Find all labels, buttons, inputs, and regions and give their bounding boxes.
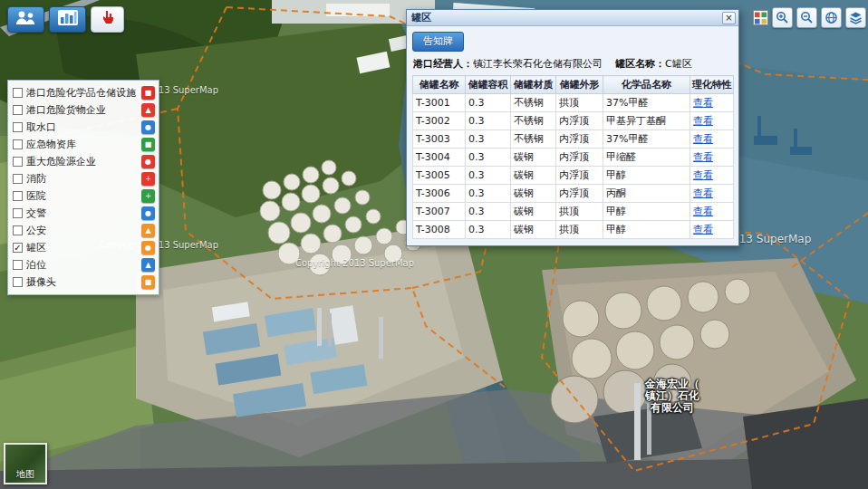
view-detail-link[interactable]: 查看 [693, 97, 713, 109]
layer-checkbox[interactable] [13, 139, 23, 149]
tank-cell: 甲基异丁基酮 [603, 112, 690, 130]
layer-item-tank-area[interactable]: ✓罐区● [10, 239, 157, 256]
layer-checkbox[interactable] [13, 88, 23, 98]
hazard-warning-icon: ▲ [141, 103, 155, 117]
layer-checkbox[interactable] [13, 157, 23, 167]
area-name-value: C罐区 [665, 58, 692, 70]
layers-icon [849, 11, 863, 24]
layer-checkbox[interactable] [13, 277, 23, 287]
tank-cell: 碳钢 [511, 203, 556, 221]
layer-checkbox[interactable] [13, 174, 23, 184]
zoom-in-button[interactable] [772, 7, 793, 28]
zoom-out-icon [800, 11, 814, 24]
tank-row: T-30030.3不锈钢内浮顶37%甲醛查看 [413, 130, 734, 149]
tank-cell: 37%甲醛 [603, 130, 690, 149]
layer-item-berth[interactable]: 泊位▲ [10, 256, 157, 273]
layer-label: 应急物资库 [26, 138, 141, 151]
tank-cell: 0.3 [466, 221, 511, 239]
tank-cell: 内浮顶 [556, 149, 603, 167]
tank-cell: 拱顶 [556, 221, 603, 239]
minimap-toggle[interactable]: 地图 [4, 443, 47, 484]
view-detail-link[interactable]: 查看 [693, 187, 713, 199]
layer-item-fire[interactable]: 消防+ [10, 170, 157, 187]
layer-checkbox[interactable] [13, 122, 23, 132]
layer-item-water-intake[interactable]: 取水口● [10, 119, 157, 136]
traffic-police-icon: ● [141, 206, 155, 220]
layer-checkbox[interactable] [13, 105, 23, 115]
tank-area-dialog: 罐区 × 告知牌 港口经营人：镇江李长荣石化仓储有限公司罐区名称：C罐区 储罐名… [406, 9, 739, 246]
map-label-line: 有限公司 [645, 402, 699, 414]
layer-label: 医院 [26, 189, 141, 203]
tank-cell: T-3003 [413, 130, 466, 149]
tank-cell: 不锈钢 [511, 130, 556, 149]
map-viewport[interactable]: Copyright 2013 SuperMap Copyright 2013 S… [0, 0, 868, 489]
view-detail-link[interactable]: 查看 [693, 115, 713, 127]
globe-icon [825, 11, 838, 24]
layer-item-emergency-supplies[interactable]: 应急物资库■ [10, 136, 157, 153]
tank-col-header: 理化特性 [690, 76, 734, 94]
notice-board-button[interactable]: 告知牌 [412, 32, 464, 52]
layer-checkbox[interactable] [13, 191, 23, 201]
layer-label: 取水口 [26, 120, 141, 134]
layers-button[interactable] [845, 7, 866, 28]
tank-cell: 查看 [690, 203, 734, 221]
layer-label: 公安 [26, 224, 141, 237]
tank-col-header: 储罐外形 [556, 76, 603, 94]
full-extent-button[interactable] [821, 7, 842, 28]
view-detail-link[interactable]: 查看 [693, 206, 713, 217]
close-icon[interactable]: × [722, 12, 736, 24]
zoom-in-icon [776, 11, 789, 24]
tank-cell: 碳钢 [511, 221, 556, 239]
layer-item-hazard-cargo[interactable]: 港口危险货物企业▲ [10, 101, 157, 119]
layer-checkbox[interactable] [13, 260, 23, 270]
area-name-label: 罐区名称： [615, 58, 665, 70]
tank-cell: 查看 [690, 112, 734, 130]
layer-label: 消防 [26, 172, 141, 186]
zoom-out-button[interactable] [796, 7, 817, 28]
layer-item-chem-storage[interactable]: 港口危险化学品仓储设施■ [10, 84, 157, 101]
tank-cell: 甲缩醛 [603, 149, 690, 167]
map-controls [753, 7, 866, 28]
dialog-titlebar[interactable]: 罐区 × [407, 10, 738, 26]
layer-item-public-security[interactable]: 公安▲ [10, 222, 157, 239]
copyright-watermark: Copyright 2013 SuperMap [295, 258, 414, 268]
layer-checkbox[interactable] [13, 208, 23, 218]
layer-item-major-hazard[interactable]: 重大危险源企业● [10, 153, 157, 170]
tank-cell: 查看 [690, 167, 734, 185]
split-view-icon[interactable] [753, 10, 768, 25]
tank-row: T-30060.3碳钢内浮顶丙酮查看 [413, 185, 734, 203]
operator-value: 镇江李长荣石化仓储有限公司 [473, 58, 603, 70]
tank-row: T-30080.3碳钢拱顶甲醇查看 [413, 221, 734, 239]
tank-cell: T-3006 [413, 185, 466, 203]
tank-cell: T-3007 [413, 203, 466, 221]
dialog-title: 罐区 [411, 11, 722, 24]
layer-item-hospital[interactable]: 医院+ [10, 187, 157, 205]
tank-cell: T-3004 [413, 149, 466, 167]
view-detail-link[interactable]: 查看 [693, 151, 713, 163]
layer-checkbox[interactable]: ✓ [13, 243, 23, 253]
tank-table-body: T-30010.3不锈钢拱顶37%甲醛查看T-30020.3不锈钢内浮顶甲基异丁… [413, 94, 734, 239]
tank-cell: 不锈钢 [511, 94, 556, 112]
statistics-button[interactable] [49, 6, 86, 33]
view-detail-link[interactable]: 查看 [693, 133, 713, 145]
layer-checkbox[interactable] [13, 225, 23, 235]
people-icon [14, 10, 38, 30]
view-detail-link[interactable]: 查看 [693, 224, 713, 235]
tank-table-head-row: 储罐名称储罐容积储罐材质储罐外形化学品名称理化特性 [413, 76, 734, 94]
supplies-box-icon: ■ [141, 138, 155, 151]
ship-icon: ▲ [141, 258, 155, 272]
view-detail-link[interactable]: 查看 [693, 169, 713, 181]
tank-cell: T-3008 [413, 221, 466, 239]
tank-cell: 拱顶 [556, 203, 603, 221]
tank-table: 储罐名称储罐容积储罐材质储罐外形化学品名称理化特性 T-30010.3不锈钢拱顶… [412, 75, 734, 239]
layer-label: 罐区 [26, 241, 141, 254]
select-tool-button[interactable] [91, 6, 124, 33]
layer-item-traffic-police[interactable]: 交警● [10, 205, 157, 222]
tank-row: T-30010.3不锈钢拱顶37%甲醛查看 [413, 94, 734, 112]
layer-item-camera[interactable]: 摄像头■ [10, 273, 157, 291]
chemical-storage-icon: ■ [141, 86, 155, 100]
tank-cell: 内浮顶 [556, 112, 603, 130]
personnel-button[interactable] [7, 6, 44, 33]
tank-col-header: 化学品名称 [603, 76, 690, 94]
tank-cell: 0.3 [466, 185, 511, 203]
